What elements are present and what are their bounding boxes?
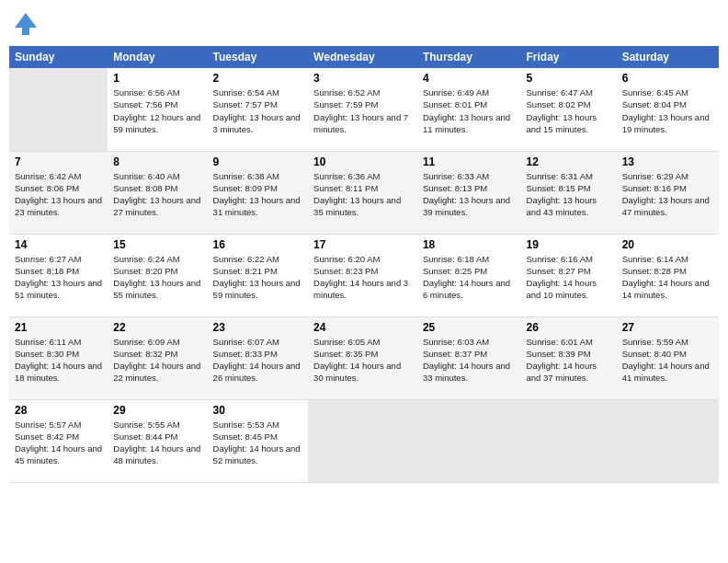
day-number: 3	[313, 72, 412, 85]
calendar-cell: 17Sunrise: 6:20 AMSunset: 8:23 PMDayligh…	[308, 234, 417, 316]
day-number: 7	[15, 155, 102, 168]
day-number: 18	[423, 238, 516, 251]
weekday-header-friday: Friday	[521, 46, 617, 68]
day-number: 9	[213, 155, 303, 168]
day-info: Sunrise: 6:22 AMSunset: 8:21 PMDaylight:…	[213, 253, 303, 302]
calendar-cell: 18Sunrise: 6:18 AMSunset: 8:25 PMDayligh…	[417, 234, 521, 316]
logo	[9, 9, 40, 39]
calendar-cell: 16Sunrise: 6:22 AMSunset: 8:21 PMDayligh…	[208, 234, 309, 316]
day-info: Sunrise: 5:55 AMSunset: 8:44 PMDaylight:…	[113, 419, 201, 467]
day-number: 2	[213, 72, 303, 85]
weekday-header-thursday: Thursday	[417, 46, 521, 68]
day-number: 15	[113, 238, 201, 251]
calendar-cell: 3Sunrise: 6:52 AMSunset: 7:59 PMDaylight…	[308, 68, 417, 151]
day-info: Sunrise: 5:59 AMSunset: 8:40 PMDaylight:…	[622, 336, 713, 385]
day-number: 5	[527, 72, 611, 85]
calendar-cell: 28Sunrise: 5:57 AMSunset: 8:42 PMDayligh…	[9, 399, 108, 482]
day-info: Sunrise: 6:29 AMSunset: 8:16 PMDaylight:…	[622, 170, 713, 219]
calendar-cell: 19Sunrise: 6:16 AMSunset: 8:27 PMDayligh…	[521, 234, 617, 316]
calendar-cell: 25Sunrise: 6:03 AMSunset: 8:37 PMDayligh…	[417, 316, 521, 399]
day-number: 28	[15, 404, 102, 417]
calendar-cell: 29Sunrise: 5:55 AMSunset: 8:44 PMDayligh…	[108, 399, 207, 482]
calendar-cell: 27Sunrise: 5:59 AMSunset: 8:40 PMDayligh…	[617, 316, 719, 399]
weekday-header-sunday: Sunday	[9, 46, 108, 68]
day-info: Sunrise: 6:07 AMSunset: 8:33 PMDaylight:…	[213, 336, 303, 385]
week-row-5: 28Sunrise: 5:57 AMSunset: 8:42 PMDayligh…	[9, 399, 719, 482]
day-info: Sunrise: 6:52 AMSunset: 7:59 PMDaylight:…	[313, 86, 412, 135]
day-info: Sunrise: 6:16 AMSunset: 8:27 PMDaylight:…	[527, 253, 611, 302]
day-number: 6	[622, 72, 713, 85]
calendar-cell: 2Sunrise: 6:54 AMSunset: 7:57 PMDaylight…	[208, 68, 309, 151]
calendar-cell: 12Sunrise: 6:31 AMSunset: 8:15 PMDayligh…	[521, 151, 617, 234]
calendar-cell: 13Sunrise: 6:29 AMSunset: 8:16 PMDayligh…	[617, 151, 719, 234]
day-number: 11	[423, 155, 516, 168]
calendar-cell: 24Sunrise: 6:05 AMSunset: 8:35 PMDayligh…	[308, 316, 417, 399]
day-number: 4	[423, 72, 516, 85]
calendar-cell: 5Sunrise: 6:47 AMSunset: 8:02 PMDaylight…	[521, 68, 617, 151]
calendar-cell: 4Sunrise: 6:49 AMSunset: 8:01 PMDaylight…	[417, 68, 521, 151]
calendar-header	[9, 9, 719, 39]
calendar-cell: 7Sunrise: 6:42 AMSunset: 8:06 PMDaylight…	[9, 151, 108, 234]
calendar-cell: 26Sunrise: 6:01 AMSunset: 8:39 PMDayligh…	[521, 316, 617, 399]
calendar-cell: 21Sunrise: 6:11 AMSunset: 8:30 PMDayligh…	[9, 316, 108, 399]
calendar-cell	[617, 399, 719, 482]
calendar-cell: 9Sunrise: 6:38 AMSunset: 8:09 PMDaylight…	[208, 151, 309, 234]
calendar-cell: 20Sunrise: 6:14 AMSunset: 8:28 PMDayligh…	[617, 234, 719, 316]
day-info: Sunrise: 5:53 AMSunset: 8:45 PMDaylight:…	[213, 419, 303, 467]
calendar-cell: 15Sunrise: 6:24 AMSunset: 8:20 PMDayligh…	[108, 234, 207, 316]
weekday-header-row: SundayMondayTuesdayWednesdayThursdayFrid…	[9, 46, 719, 68]
day-info: Sunrise: 6:47 AMSunset: 8:02 PMDaylight:…	[527, 86, 611, 135]
day-info: Sunrise: 6:27 AMSunset: 8:18 PMDaylight:…	[15, 253, 102, 302]
day-number: 23	[213, 321, 303, 334]
day-number: 22	[113, 321, 201, 334]
calendar-cell: 6Sunrise: 6:45 AMSunset: 8:04 PMDaylight…	[617, 68, 719, 151]
logo-icon	[11, 9, 40, 39]
calendar-cell: 14Sunrise: 6:27 AMSunset: 8:18 PMDayligh…	[9, 234, 108, 316]
calendar-cell	[9, 68, 108, 151]
svg-marker-0	[15, 13, 37, 35]
weekday-header-saturday: Saturday	[617, 46, 719, 68]
weekday-header-wednesday: Wednesday	[308, 46, 417, 68]
day-number: 27	[622, 321, 713, 334]
day-info: Sunrise: 6:56 AMSunset: 7:56 PMDaylight:…	[113, 86, 201, 135]
weekday-header-monday: Monday	[108, 46, 207, 68]
day-info: Sunrise: 6:54 AMSunset: 7:57 PMDaylight:…	[213, 86, 303, 135]
day-info: Sunrise: 6:09 AMSunset: 8:32 PMDaylight:…	[113, 336, 201, 385]
day-info: Sunrise: 6:36 AMSunset: 8:11 PMDaylight:…	[313, 170, 412, 219]
day-number: 24	[313, 321, 412, 334]
calendar-table: SundayMondayTuesdayWednesdayThursdayFrid…	[9, 46, 719, 483]
day-number: 19	[527, 238, 611, 251]
day-number: 26	[527, 321, 611, 334]
week-row-4: 21Sunrise: 6:11 AMSunset: 8:30 PMDayligh…	[9, 316, 719, 399]
calendar-cell: 23Sunrise: 6:07 AMSunset: 8:33 PMDayligh…	[208, 316, 309, 399]
calendar-cell	[308, 399, 417, 482]
calendar-cell: 8Sunrise: 6:40 AMSunset: 8:08 PMDaylight…	[108, 151, 207, 234]
day-number: 13	[622, 155, 713, 168]
calendar-cell: 10Sunrise: 6:36 AMSunset: 8:11 PMDayligh…	[308, 151, 417, 234]
week-row-3: 14Sunrise: 6:27 AMSunset: 8:18 PMDayligh…	[9, 234, 719, 316]
day-info: Sunrise: 6:45 AMSunset: 8:04 PMDaylight:…	[622, 86, 713, 135]
calendar-cell: 30Sunrise: 5:53 AMSunset: 8:45 PMDayligh…	[208, 399, 309, 482]
day-number: 1	[113, 72, 201, 85]
day-info: Sunrise: 6:14 AMSunset: 8:28 PMDaylight:…	[622, 253, 713, 302]
day-number: 17	[313, 238, 412, 251]
day-info: Sunrise: 6:33 AMSunset: 8:13 PMDaylight:…	[423, 170, 516, 219]
day-info: Sunrise: 6:18 AMSunset: 8:25 PMDaylight:…	[423, 253, 516, 302]
day-info: Sunrise: 6:42 AMSunset: 8:06 PMDaylight:…	[15, 170, 102, 219]
day-info: Sunrise: 6:20 AMSunset: 8:23 PMDaylight:…	[313, 253, 412, 302]
day-number: 16	[213, 238, 303, 251]
calendar-cell: 11Sunrise: 6:33 AMSunset: 8:13 PMDayligh…	[417, 151, 521, 234]
day-number: 29	[113, 404, 201, 417]
day-info: Sunrise: 6:24 AMSunset: 8:20 PMDaylight:…	[113, 253, 201, 302]
day-info: Sunrise: 6:11 AMSunset: 8:30 PMDaylight:…	[15, 336, 102, 385]
day-number: 25	[423, 321, 516, 334]
day-info: Sunrise: 6:31 AMSunset: 8:15 PMDaylight:…	[527, 170, 611, 219]
calendar-cell	[521, 399, 617, 482]
day-info: Sunrise: 6:01 AMSunset: 8:39 PMDaylight:…	[527, 336, 611, 385]
day-info: Sunrise: 5:57 AMSunset: 8:42 PMDaylight:…	[15, 419, 102, 467]
day-number: 14	[15, 238, 102, 251]
day-info: Sunrise: 6:49 AMSunset: 8:01 PMDaylight:…	[423, 86, 516, 135]
day-info: Sunrise: 6:38 AMSunset: 8:09 PMDaylight:…	[213, 170, 303, 219]
day-info: Sunrise: 6:05 AMSunset: 8:35 PMDaylight:…	[313, 336, 412, 385]
day-number: 12	[527, 155, 611, 168]
